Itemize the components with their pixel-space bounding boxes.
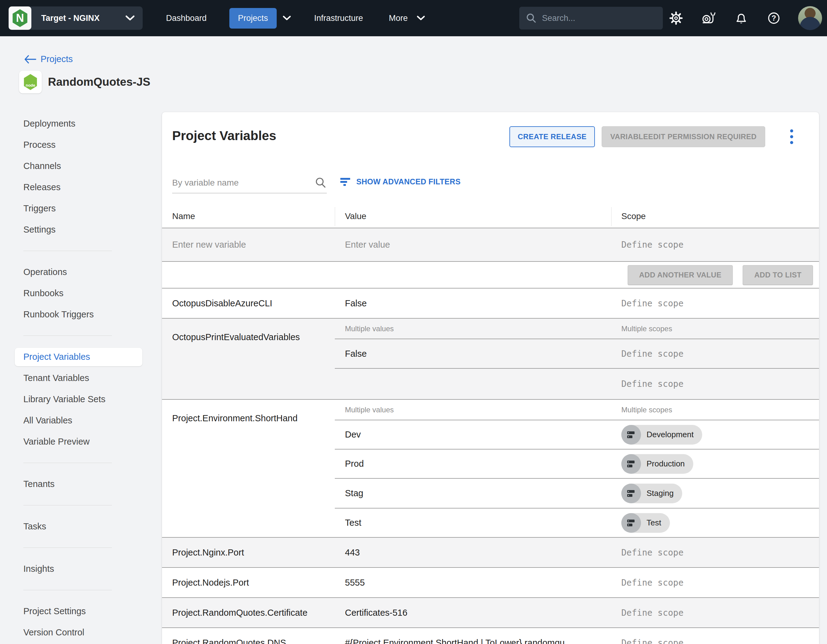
variable-value: #{Project.Environment.ShortHand | ToLowe… [335, 638, 611, 644]
scope-cell: Staging [611, 484, 819, 503]
variable-sub-row: FalseDefine scope [335, 339, 819, 368]
variable-row: OctopusDisableAzureCLIFalseDefine scope [162, 288, 819, 318]
variable-name: Project.Environment.ShortHand [162, 413, 335, 423]
scope-chip-staging[interactable]: Staging [621, 484, 682, 503]
column-separator [611, 207, 612, 226]
snail-slow-tasks-icon[interactable] [700, 10, 717, 26]
variable-value: False [335, 349, 611, 359]
variable-value: False [335, 298, 611, 308]
define-scope-link[interactable]: Define scope [611, 578, 819, 588]
notifications-bell-icon[interactable] [733, 10, 749, 26]
sidebar-divider [0, 579, 155, 601]
sidebar-item-runbook-triggers[interactable]: Runbook Triggers [0, 304, 155, 325]
divider-line [23, 336, 112, 336]
breadcrumb-back-projects[interactable]: Projects [20, 54, 73, 64]
page-title: RandomQuotes-JS [48, 76, 150, 89]
variable-value: Dev [335, 429, 611, 440]
project-variables-card: Project Variables CREATE RELEASE VARIABL… [162, 112, 819, 644]
define-scope-link[interactable]: Define scope [611, 638, 819, 644]
multiple-scopes-label: Multiple scopes [611, 324, 819, 333]
sidebar-item-settings[interactable]: Settings [0, 219, 155, 240]
sidebar-item-variable-preview[interactable]: Variable Preview [0, 431, 155, 452]
scope-chip-label: Staging [641, 488, 682, 498]
sidebar-item-library-variable-sets[interactable]: Library Variable Sets [0, 389, 155, 410]
settings-gear-icon[interactable] [668, 10, 684, 26]
variable-value: Certificates-516 [335, 608, 611, 618]
chevron-down-icon[interactable] [416, 15, 426, 22]
sidebar-item-runbooks[interactable]: Runbooks [0, 283, 155, 304]
variable-filter-input[interactable] [172, 178, 307, 188]
sidebar-item-tenant-variables[interactable]: Tenant Variables [0, 367, 155, 389]
nav-item-more[interactable]: More [386, 8, 426, 29]
sidebar-item-all-variables[interactable]: All Variables [0, 410, 155, 431]
overflow-menu-icon[interactable] [786, 126, 797, 148]
sidebar-item-operations[interactable]: Operations [0, 261, 155, 283]
search-input[interactable] [542, 14, 646, 23]
variable-sub-row: ProdProduction [335, 449, 819, 478]
card-title: Project Variables [172, 128, 276, 143]
variable-row-multi: OctopusPrintEvaluatedVariablesMultiple v… [162, 318, 819, 399]
sidebar-divider [0, 452, 155, 473]
environment-icon [621, 484, 641, 503]
sidebar-item-process[interactable]: Process [0, 134, 155, 156]
sidebar-item-channels[interactable]: Channels [0, 156, 155, 177]
multi-header-row: Multiple valuesMultiple scopes [335, 319, 819, 339]
sidebar-item-deployments[interactable]: Deployments [0, 113, 155, 134]
nav-item-label: Infrastructure [311, 8, 366, 29]
define-scope-link[interactable]: Define scope [611, 548, 819, 558]
scope-chip-production[interactable]: Production [621, 454, 693, 474]
create-release-button[interactable]: CREATE RELEASE [509, 126, 595, 147]
sidebar-item-releases[interactable]: Releases [0, 177, 155, 198]
global-search[interactable] [519, 7, 663, 30]
divider-line [23, 463, 112, 463]
sidebar-item-tasks[interactable]: Tasks [0, 516, 155, 537]
scope-chip-label: Production [641, 459, 693, 468]
divider-line [23, 505, 112, 506]
variable-value: 5555 [335, 578, 611, 588]
scope-cell: Production [611, 454, 819, 474]
column-header-scope: Scope [611, 212, 819, 221]
space-selector[interactable]: N Target - NGINX [9, 6, 143, 30]
new-variable-value-input[interactable]: Enter value [335, 240, 611, 250]
variable-value: 443 [335, 548, 611, 558]
chevron-down-icon[interactable] [282, 15, 292, 22]
nav-item-dashboard[interactable]: Dashboard [163, 8, 210, 29]
multiple-scopes-label: Multiple scopes [611, 406, 819, 414]
column-header-value: Value [335, 212, 611, 221]
define-scope-link[interactable]: Define scope [611, 349, 819, 359]
nav-item-infrastructure[interactable]: Infrastructure [311, 8, 366, 29]
sidebar-item-project-settings[interactable]: Project Settings [0, 601, 155, 622]
variable-sub-row: Define scope [335, 368, 819, 399]
multi-header-row: Multiple valuesMultiple scopes [335, 400, 819, 420]
breadcrumb-label: Projects [41, 54, 73, 64]
primary-nav: DashboardProjectsInfrastructureMore [163, 0, 445, 36]
variable-name: Project.RandomQuotes.DNS [162, 638, 335, 644]
variable-name-filter[interactable] [172, 173, 327, 193]
sidebar-item-triggers[interactable]: Triggers [0, 198, 155, 219]
define-scope-link[interactable]: Define scope [611, 379, 819, 389]
sidebar-item-project-variables[interactable]: Project Variables [0, 346, 155, 367]
new-variable-name-input[interactable]: Enter new variable [162, 240, 335, 250]
nav-item-label: Projects [229, 8, 277, 29]
new-variable-define-scope[interactable]: Define scope [611, 240, 819, 250]
scope-chip-development[interactable]: Development [621, 425, 702, 445]
back-arrow-icon [24, 55, 36, 64]
nginx-logo: N [9, 6, 31, 30]
sidebar-item-insights[interactable]: Insights [0, 558, 155, 579]
divider-line [23, 548, 112, 548]
scope-chip-test[interactable]: Test [621, 513, 670, 533]
variable-row: Project.RandomQuotes.DNS#{Project.Enviro… [162, 627, 819, 644]
scope-chip-label: Development [641, 430, 702, 439]
user-avatar[interactable] [798, 6, 822, 30]
filter-icon [340, 177, 351, 187]
define-scope-link[interactable]: Define scope [611, 608, 819, 618]
define-scope-link[interactable]: Define scope [611, 298, 819, 308]
svg-text:?: ? [772, 14, 776, 22]
show-advanced-filters[interactable]: SHOW ADVANCED FILTERS [340, 177, 460, 187]
sidebar-item-version-control[interactable]: Version Control [0, 622, 155, 643]
nav-item-projects[interactable]: Projects [229, 8, 292, 29]
sidebar-item-tenants[interactable]: Tenants [0, 473, 155, 495]
new-variable-row: Enter new variableEnter valueDefine scop… [162, 228, 819, 261]
help-icon[interactable]: ? [766, 10, 782, 26]
nav-item-label: Dashboard [163, 8, 210, 29]
